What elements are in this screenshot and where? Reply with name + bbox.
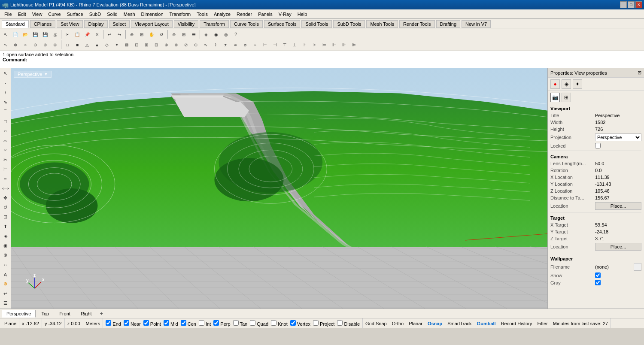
tool31[interactable]: ⊦ [300,40,309,49]
sb-near[interactable]: Near [124,320,141,327]
cursor-btn[interactable]: ⊕ [11,40,20,49]
vp-tab-right[interactable]: Right [76,310,97,318]
lt-extrude[interactable]: ⬆ [1,222,10,231]
menu-panels[interactable]: Panels [255,11,275,18]
zoom-window-btn[interactable]: ⊞ [137,30,146,39]
tool32[interactable]: ⊧ [310,40,319,49]
sb-gumball[interactable]: Gumball [474,318,498,328]
viewport-label[interactable]: Perspective ▼ [14,71,52,78]
props-color-icon[interactable]: ● [550,79,560,89]
sb-point[interactable]: Point [143,320,161,327]
menu-dimension[interactable]: Dimension [139,11,166,18]
tool10[interactable]: ▲ [92,40,102,49]
lt-history[interactable]: ↩ [1,289,10,298]
new-btn[interactable]: 📄 [11,30,20,39]
lt-rect[interactable]: □ [1,117,10,126]
sb-osnap[interactable]: Osnap [425,318,445,328]
menu-file[interactable]: File [2,11,15,18]
tab-select[interactable]: Select [109,20,130,28]
menu-vray[interactable]: V-Ray [276,11,294,18]
tool8[interactable]: ■ [73,40,82,49]
tool17[interactable]: ⊕ [161,40,171,49]
tool11[interactable]: ◇ [102,40,112,49]
props-viewport-icon[interactable]: ⊞ [562,93,571,102]
lt-extend[interactable]: ⊢ [1,165,10,174]
lt-layer[interactable]: ☰ [1,299,10,308]
sb-perp[interactable]: Perp [213,320,230,327]
rotate-btn[interactable]: ↺ [157,30,166,39]
lt-scale[interactable]: ⊡ [1,212,10,221]
props-locked-checkbox[interactable] [595,143,601,148]
undo-btn[interactable]: ↩ [105,30,114,39]
sb-ortho[interactable]: Ortho [389,318,407,328]
sb-cen[interactable]: Cen [181,320,196,327]
tool21[interactable]: ∿ [201,40,210,49]
tab-surface-tools[interactable]: Surface Tools [264,20,300,28]
viewport-canvas[interactable]: Perspective ▼ x y z [11,68,547,309]
select-tool-btn[interactable]: ↖ [1,30,10,39]
props-expand-icon[interactable]: ⊡ [638,70,641,76]
render-btn[interactable]: ◈ [201,30,211,39]
tab-visibility[interactable]: Visibility [174,20,199,28]
viewport-area[interactable]: Perspective ▼ x y z [11,68,547,309]
tool36[interactable]: ⊫ [349,40,358,49]
close-button[interactable]: ✕ [635,1,642,8]
lt-polyline[interactable]: ⌒ [1,107,10,116]
tool9[interactable]: △ [82,40,92,49]
props-camera-icon[interactable]: 📷 [550,93,560,102]
command-input[interactable] [27,57,113,62]
sb-smarttrack[interactable]: SmartTrack [445,318,474,328]
save-btn[interactable]: 💾 [30,30,40,39]
tool25[interactable]: ⌀ [240,40,250,49]
open-btn[interactable]: 📂 [21,30,30,39]
tool27[interactable]: ⊢ [260,40,270,49]
tab-solid-tools[interactable]: Solid Tools [301,20,332,28]
tool24[interactable]: ≋ [231,40,240,49]
render2-btn[interactable]: ◉ [211,30,221,39]
tool22[interactable]: ⌇ [211,40,220,49]
copy-btn[interactable]: 📋 [73,30,82,39]
tab-mesh-tools[interactable]: Mesh Tools [366,20,398,28]
menu-analyze[interactable]: Analyze [211,11,233,18]
help-btn[interactable]: ? [231,30,240,39]
tab-viewport-layout[interactable]: Viewport Layout [131,20,173,28]
tab-curve-tools[interactable]: Curve Tools [230,20,263,28]
tool14[interactable]: ⊡ [132,40,141,49]
tool19[interactable]: ⊘ [181,40,191,49]
tool35[interactable]: ⊪ [339,40,349,49]
tool13[interactable]: ⊠ [122,40,131,49]
saveas-btn[interactable]: 💾 [40,30,50,39]
tool6[interactable]: ⊛ [50,40,60,49]
props-gray-checkbox[interactable] [595,280,601,285]
menu-edit[interactable]: Edit [15,11,29,18]
sb-tan[interactable]: Tan [233,320,248,327]
zoom-extent-btn[interactable]: ⊕ [127,30,137,39]
sb-project[interactable]: Project [313,320,334,327]
sb-mid[interactable]: Mid [164,320,178,327]
sb-recordhistory[interactable]: Record History [498,318,535,328]
tool15[interactable]: ⊞ [142,40,151,49]
sb-end[interactable]: End [106,320,121,327]
sb-quad[interactable]: Quad [250,320,268,327]
props-place-btn2[interactable]: Place... [595,243,641,251]
lt-gumball[interactable]: ⊛ [1,279,10,288]
tool5[interactable]: ⊚ [40,40,50,49]
sb-planar[interactable]: Planar [406,318,425,328]
menu-subd[interactable]: SubD [87,11,104,18]
tool29[interactable]: ⊤ [280,40,289,49]
lt-select[interactable]: ↖ [1,69,10,78]
tab-transform[interactable]: Transform [200,20,229,28]
sb-vertex[interactable]: Vertex [290,320,310,327]
sb-int[interactable]: Int [199,320,211,327]
tool26[interactable]: ⌁ [250,40,260,49]
menu-view[interactable]: View [30,11,45,18]
sb-filter[interactable]: Filter [535,318,550,328]
viewport-dropdown-icon[interactable]: ▼ [44,72,48,76]
tool16[interactable]: ⊟ [152,40,161,49]
lt-arc[interactable]: ⌓ [1,136,10,145]
tool20[interactable]: ⊙ [191,40,200,49]
menu-surface[interactable]: Surface [64,11,86,18]
snap-btn[interactable]: ⊛ [169,30,179,39]
props-browse-btn[interactable]: ... [634,263,641,271]
tab-setview[interactable]: Set View [57,20,83,28]
